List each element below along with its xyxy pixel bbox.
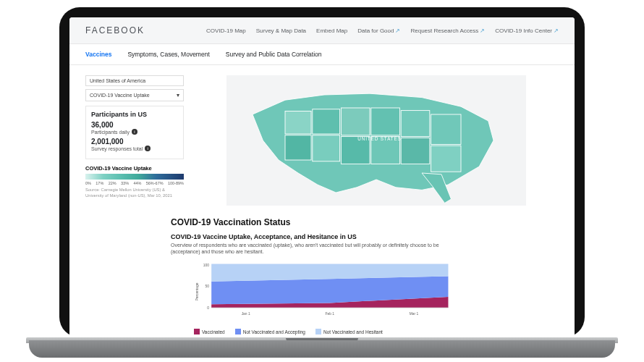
sub-tabs: Vaccines Symptoms, Cases, Movement Surve…: [69, 44, 575, 65]
stacked-area-chart: Percentage 100 50 0 Jan 1 Feb 1 Mar 1: [171, 259, 531, 334]
chart-legend: Vaccinated Not Vaccinated and Accepting …: [194, 329, 531, 334]
participants-total-label: Survey responses total: [91, 146, 143, 151]
state-shape[interactable]: [313, 109, 340, 134]
state-shape[interactable]: [431, 146, 461, 172]
nav-covid-map[interactable]: COVID-19 Map: [206, 28, 246, 34]
x-tick: Jan 1: [242, 312, 250, 316]
participants-panel: Participants in US 36,000 Participants d…: [85, 106, 184, 159]
external-link-icon: ↗: [480, 28, 485, 34]
tab-symptoms-cases-movement[interactable]: Symptoms, Cases, Movement: [127, 51, 209, 58]
legend-swatch: [235, 329, 241, 334]
legend-label: Not Vaccinated and Accepting: [243, 329, 305, 334]
laptop-base: [29, 340, 615, 358]
x-tick: Mar 1: [410, 312, 419, 316]
legend-title: COVID-19 Vaccine Uptake: [85, 165, 184, 172]
tab-survey-public-correlation[interactable]: Survey and Public Data Correlation: [226, 51, 322, 58]
map-country-label: UNITED STATES: [357, 136, 401, 141]
legend-label: Not Vaccinated and Hesitant: [323, 329, 383, 334]
participants-daily-label: Participants daily: [91, 130, 130, 135]
screen: FACEBOOK COVID-19 Map Survey & Map Data …: [69, 17, 575, 337]
legend-ticks: 0%17%22%33%44%56%-67%100-89%: [85, 181, 184, 185]
nav-request-research-access[interactable]: Request Research Access↗: [410, 28, 485, 34]
state-shape[interactable]: [285, 111, 311, 135]
nav-data-for-good[interactable]: Data for Good↗: [357, 28, 400, 34]
tab-vaccines[interactable]: Vaccines: [85, 51, 111, 58]
info-icon[interactable]: i: [145, 146, 151, 151]
region-select[interactable]: United States of America: [85, 75, 184, 86]
choropleth-map[interactable]: UNITED STATES: [194, 75, 559, 213]
metric-select-value: COVID-19 Vaccine Uptake: [90, 93, 150, 98]
top-nav: COVID-19 Map Survey & Map Data Embed Map…: [206, 28, 559, 34]
info-icon[interactable]: i: [132, 129, 137, 135]
brand-logo: FACEBOOK: [85, 25, 145, 35]
state-shape[interactable]: [401, 138, 430, 164]
participants-daily-value: 36,000: [91, 121, 178, 129]
state-shape[interactable]: [401, 111, 430, 137]
laptop-frame: FACEBOOK COVID-19 Map Survey & Map Data …: [59, 7, 585, 337]
state-shape[interactable]: [371, 108, 400, 135]
y-tick: 50: [205, 285, 209, 288]
nav-embed-map[interactable]: Embed Map: [316, 28, 347, 34]
chart-title: COVID-19 Vaccine Uptake, Acceptance, and…: [171, 233, 531, 240]
legend-color-scale: [85, 174, 184, 180]
external-link-icon: ↗: [395, 28, 400, 34]
participants-total-value: 2,001,000: [91, 138, 178, 146]
x-tick: Feb 1: [326, 312, 335, 316]
sidebar: United States of America COVID-19 Vaccin…: [85, 75, 184, 213]
state-shape[interactable]: [313, 135, 340, 161]
state-shape[interactable]: [341, 108, 370, 135]
external-link-icon: ↗: [554, 28, 559, 34]
nav-survey-map-data[interactable]: Survey & Map Data: [256, 28, 306, 34]
legend-swatch: [194, 329, 200, 334]
legend-swatch: [315, 329, 321, 334]
chart-subtitle: Overview of respondents who are vaccinat…: [171, 242, 446, 255]
y-tick: 100: [203, 264, 209, 267]
state-shape[interactable]: [285, 135, 311, 160]
participants-title: Participants in US: [91, 111, 178, 118]
legend-source: Source: Carnegie Mellon University (US) …: [85, 188, 184, 198]
chevron-down-icon: ▾: [177, 92, 179, 98]
metric-select[interactable]: COVID-19 Vaccine Uptake ▾: [85, 89, 184, 101]
chart-areas: [211, 264, 448, 308]
nav-covid-info-center[interactable]: COVID-19 Info Center↗: [495, 28, 559, 34]
chart-y-label: Percentage: [195, 282, 199, 300]
top-bar: FACEBOOK COVID-19 Map Survey & Map Data …: [69, 17, 575, 44]
state-shape[interactable]: [431, 114, 461, 144]
section-title: COVID-19 Vaccination Status: [171, 217, 531, 227]
y-tick: 0: [207, 306, 209, 310]
us-map-svg: UNITED STATES: [194, 75, 559, 206]
region-select-value: United States of America: [90, 78, 145, 83]
legend-label: Vaccinated: [202, 329, 225, 334]
